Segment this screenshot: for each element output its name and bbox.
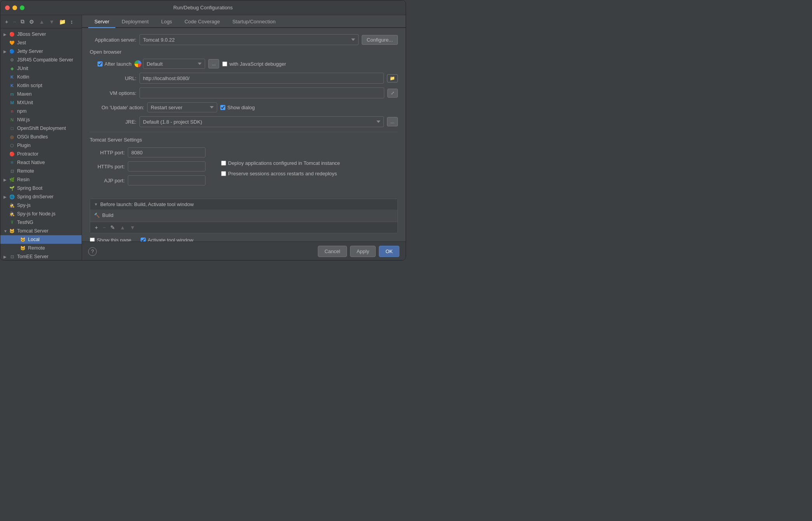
sidebar-item-label: MXUnit [17,100,33,105]
jboss-icon: 🔴 [9,31,15,37]
remote-icon: ⊡ [9,168,15,174]
sidebar-item-tomcat-local[interactable]: 🐱 Local [0,235,82,244]
sidebar-item-spring-dm[interactable]: ▶ 🌐 Spring dmServer [0,192,82,201]
jre-select[interactable]: Default (1.8 - project SDK) [139,116,384,127]
ajp-port-input[interactable] [128,175,206,185]
before-launch-up-button[interactable]: ▲ [118,224,127,231]
tab-code-coverage[interactable]: Code Coverage [178,15,226,28]
remove-config-button[interactable]: − [11,18,17,26]
preserve-sessions-checkbox[interactable] [221,171,226,176]
sidebar-item-npm[interactable]: n npm [0,107,82,115]
after-launch-checkbox-label[interactable]: After launch [98,61,131,67]
sidebar-item-tomee[interactable]: ▶ ⊡ TomEE Server [0,252,82,260]
move-down-button[interactable]: ▼ [47,18,56,26]
before-launch-add-button[interactable]: + [93,224,99,231]
mxunit-icon: M [9,100,15,106]
sidebar-item-label: Plugin [17,143,31,148]
application-server-select[interactable]: Tomcat 9.0.22 [139,34,359,45]
sidebar-item-label: TestNG [17,220,33,225]
js-debugger-label[interactable]: with JavaScript debugger [222,61,286,67]
activate-tool-window-text: Activate tool window [148,237,193,241]
sidebar-item-plugin[interactable]: ⬡ Plugin [0,141,82,150]
configure-button[interactable]: Configure... [362,35,398,45]
url-input[interactable] [139,73,384,84]
sidebar-item-spring-boot[interactable]: 🌱 Spring Boot [0,184,82,192]
sidebar-item-jboss[interactable]: ▶ 🔴 JBoss Server [0,30,82,38]
sidebar-item-jest[interactable]: 🧡 Jest [0,38,82,47]
settings-button[interactable]: ⚙ [28,18,36,26]
ok-button[interactable]: OK [379,246,399,257]
cancel-button[interactable]: Cancel [318,246,347,257]
apply-button[interactable]: Apply [350,246,376,257]
sidebar-item-junit[interactable]: ◆ JUnit [0,64,82,73]
tab-server[interactable]: Server [88,15,115,28]
minimize-button[interactable] [12,5,17,10]
before-launch-header[interactable]: ▼ Before launch: Build, Activate tool wi… [90,199,397,210]
sidebar-item-jsr45[interactable]: ⚙ JSR45 Compatible Server [0,56,82,64]
preserve-sessions-label[interactable]: Preserve sessions across restarts and re… [221,171,340,177]
sidebar-item-spy-js[interactable]: 🕵 Spy-js [0,201,82,210]
tomcat-local-icon: 🐱 [20,236,26,243]
sidebar-item-maven[interactable]: m Maven [0,90,82,98]
copy-config-button[interactable]: ⧉ [19,17,26,26]
vm-options-label: VM options: [90,90,136,96]
sidebar-item-kotlin-script[interactable]: K Kotlin script [0,81,82,90]
jre-dots-button[interactable]: ... [387,117,398,126]
config-list: ▶ 🔴 JBoss Server 🧡 Jest ▶ 🔵 Jetty Server… [0,28,82,260]
sort-button[interactable]: ↕ [69,18,75,26]
url-folder-button[interactable]: 📁 [387,74,398,82]
maximize-button[interactable] [20,5,24,10]
spy-js-icon: 🕵 [9,202,15,208]
plugin-icon: ⬡ [9,142,15,149]
js-debugger-checkbox[interactable] [222,61,227,66]
on-update-label: On 'Update' action: [90,105,144,110]
show-page-checkbox[interactable] [90,238,95,241]
sidebar-item-label: Jetty Server [17,49,43,54]
sidebar-item-kotlin[interactable]: K Kotlin [0,73,82,81]
sidebar-item-label: React Native [17,160,45,165]
sidebar-item-tomcat-remote[interactable]: 🐱 Remote [0,244,82,252]
activate-tool-window-label[interactable]: Activate tool window [141,237,193,241]
sidebar-item-tomcat-server[interactable]: ▼ 🐱 Tomcat Server [0,227,82,235]
vm-options-expand-button[interactable]: ⤢ [387,89,398,98]
after-launch-checkbox[interactable] [98,61,103,66]
http-port-input[interactable] [128,147,206,157]
sidebar-item-testng[interactable]: Ŧ TestNG [0,218,82,227]
show-page-label[interactable]: Show this page [90,237,131,241]
sidebar-item-mxunit[interactable]: M MXUnit [0,98,82,107]
help-button[interactable]: ? [88,247,97,256]
sidebar-item-remote[interactable]: ⊡ Remote [0,167,82,175]
folder-button[interactable]: 📁 [58,18,67,26]
show-dialog-label[interactable]: Show dialog [220,105,255,110]
show-dialog-checkbox[interactable] [220,105,225,110]
browser-dots-button[interactable]: ... [208,59,219,68]
move-up-button[interactable]: ▲ [37,18,46,26]
tab-deployment[interactable]: Deployment [115,15,155,28]
update-action-select[interactable]: Restart server Redeploy Update classes a… [147,102,217,112]
tab-startup-connection[interactable]: Startup/Connection [226,15,282,28]
sidebar-item-nwjs[interactable]: N NW.js [0,115,82,124]
open-browser-section: Open browser After launch Default Chrome… [90,49,398,84]
vm-options-input[interactable] [139,87,384,98]
sidebar-item-protractor[interactable]: 🔴 Protractor [0,150,82,158]
close-button[interactable] [5,5,10,10]
sidebar-item-jetty[interactable]: ▶ 🔵 Jetty Server [0,47,82,56]
add-config-button[interactable]: + [3,18,10,26]
before-launch-remove-button[interactable]: − [101,224,107,231]
https-port-input[interactable] [128,161,206,171]
tab-logs[interactable]: Logs [155,15,178,28]
before-launch-down-button[interactable]: ▼ [128,224,137,231]
sidebar-item-osgi[interactable]: ◎ OSGi Bundles [0,133,82,141]
spring-boot-icon: 🌱 [9,185,15,191]
deploy-tomcat-checkbox[interactable] [221,161,226,166]
react-native-icon: ⚛ [9,159,15,166]
activate-tool-window-checkbox[interactable] [141,238,146,241]
sidebar-item-resin[interactable]: ▶ 🌿 Resin [0,175,82,184]
deploy-tomcat-label[interactable]: Deploy applications configured in Tomcat… [221,160,340,166]
before-launch-edit-button[interactable]: ✎ [109,224,117,231]
sidebar-item-react-native[interactable]: ⚛ React Native [0,158,82,167]
sidebar-item-openshift[interactable]: □ OpenShift Deployment [0,124,82,133]
sidebar-item-spy-js-node[interactable]: 🕵 Spy-js for Node.js [0,210,82,218]
browser-select[interactable]: Default Chrome Firefox [143,59,205,69]
sidebar-item-label: Maven [17,91,32,97]
